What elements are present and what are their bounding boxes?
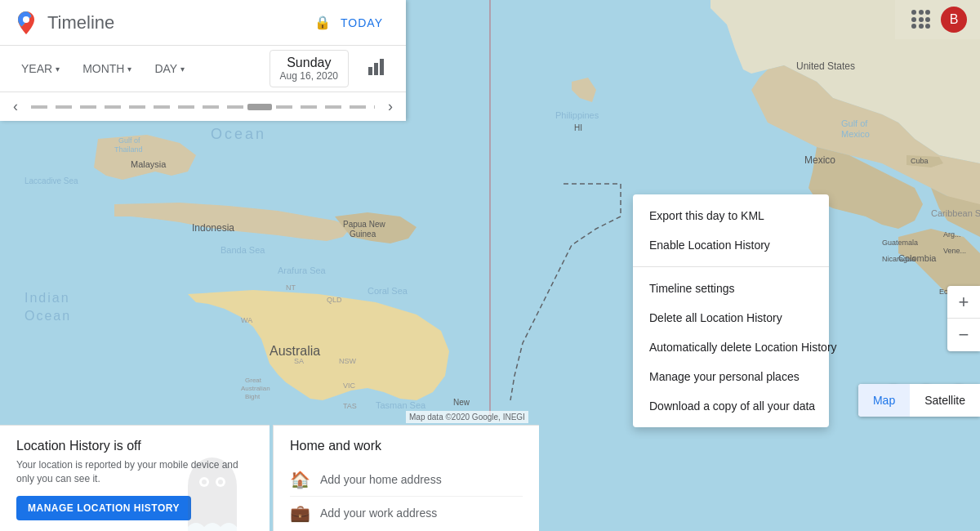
zoom-controls: + − — [947, 286, 980, 351]
svg-text:Papua New: Papua New — [343, 220, 385, 229]
context-menu-item-export[interactable]: Export this day to KML — [633, 201, 829, 230]
svg-point-52 — [202, 480, 207, 484]
svg-text:United States: United States — [796, 60, 855, 72]
toolbar: YEAR ▾ MONTH ▾ DAY ▾ Sunday Aug 16, 2020 — [0, 46, 406, 91]
svg-text:Mexico: Mexico — [804, 154, 835, 166]
context-menu-item-manage-places[interactable]: Manage your personal places — [633, 362, 829, 391]
svg-rect-46 — [374, 63, 378, 75]
today-button[interactable]: TODAY — [331, 10, 393, 36]
svg-text:WA: WA — [241, 316, 252, 324]
svg-text:New: New — [453, 398, 470, 407]
svg-text:Guinea: Guinea — [350, 230, 376, 239]
lock-icon: 🔒 — [314, 15, 331, 30]
context-menu-item-timeline-settings[interactable]: Timeline settings — [633, 274, 829, 303]
prev-arrow-button[interactable]: ‹ — [7, 95, 24, 118]
context-menu-item-download[interactable]: Download a copy of all your data — [633, 391, 829, 421]
bar-chart-icon-svg — [368, 59, 386, 75]
zoom-out-button[interactable]: − — [947, 319, 980, 351]
svg-rect-49 — [188, 486, 237, 527]
context-menu: Export this day to KML Enable Location H… — [633, 194, 829, 427]
month-chevron-icon: ▾ — [127, 65, 131, 74]
svg-text:Malaysia: Malaysia — [131, 159, 167, 169]
svg-text:TAS: TAS — [343, 402, 357, 410]
svg-text:Mexico: Mexico — [841, 129, 870, 139]
work-icon: 💼 — [290, 503, 310, 523]
map-copyright: Map data ©2020 Google, INEGI — [406, 411, 528, 423]
svg-text:Cuba: Cuba — [911, 157, 929, 165]
svg-text:Ocean: Ocean — [24, 309, 71, 323]
year-dropdown[interactable]: YEAR ▾ — [13, 57, 68, 80]
svg-text:Vene...: Vene... — [943, 247, 966, 255]
svg-text:NSW: NSW — [339, 357, 357, 365]
svg-text:NT: NT — [286, 283, 296, 292]
work-label: Add your work address — [320, 506, 437, 520]
svg-rect-47 — [380, 59, 384, 75]
nav-arrows: ‹ › — [0, 91, 406, 121]
svg-rect-45 — [368, 67, 372, 75]
left-panel: Timeline 🔒 TODAY YEAR ▾ MONTH ▾ DAY ▾ Su… — [0, 0, 406, 121]
context-menu-item-auto-delete[interactable]: Automatically delete Location History — [633, 332, 829, 362]
home-work-title: Home and work — [290, 439, 523, 453]
date-string: Aug 16, 2020 — [280, 70, 338, 82]
map-type-map-button[interactable]: Map — [858, 384, 910, 417]
svg-text:Coral Sea: Coral Sea — [368, 286, 408, 296]
svg-point-53 — [218, 480, 223, 484]
svg-text:SA: SA — [294, 357, 304, 365]
svg-text:Philippines: Philippines — [555, 110, 599, 120]
zoom-in-button[interactable]: + — [947, 286, 980, 319]
map-type-toggle: Map Satellite — [858, 384, 980, 417]
svg-text:QLD: QLD — [327, 296, 342, 304]
home-icon: 🏠 — [290, 470, 310, 489]
google-maps-logo — [13, 10, 39, 36]
app-title: Timeline — [47, 12, 310, 33]
day-dropdown[interactable]: DAY ▾ — [146, 57, 193, 80]
svg-text:Nicaragua: Nicaragua — [882, 255, 915, 263]
svg-text:VIC: VIC — [343, 382, 356, 390]
add-home-item[interactable]: 🏠 Add your home address — [290, 463, 523, 497]
svg-text:HI: HI — [574, 123, 582, 132]
svg-text:Thailand: Thailand — [114, 145, 143, 154]
user-avatar[interactable]: B — [941, 7, 967, 33]
svg-text:Ocean: Ocean — [211, 126, 266, 142]
timeline-bar — [31, 105, 375, 109]
svg-text:Arg...: Arg... — [943, 230, 961, 239]
svg-text:Guatemala: Guatemala — [882, 239, 918, 247]
bar-chart-button[interactable] — [362, 52, 393, 86]
svg-point-44 — [23, 16, 29, 23]
svg-text:Indian: Indian — [24, 291, 70, 305]
timeline-indicator — [247, 104, 272, 110]
home-work-panel: Home and work 🏠 Add your home address 💼 … — [273, 425, 539, 531]
date-display: Sunday Aug 16, 2020 — [270, 50, 349, 87]
context-menu-item-enable-location[interactable]: Enable Location History — [633, 230, 829, 260]
map-type-satellite-button[interactable]: Satellite — [910, 384, 980, 417]
apps-grid-button[interactable] — [908, 7, 934, 33]
next-arrow-button[interactable]: › — [381, 95, 399, 118]
day-chevron-icon: ▾ — [180, 65, 185, 74]
location-history-panel: Location History is off Your location is… — [0, 425, 270, 531]
year-chevron-icon: ▾ — [56, 65, 60, 74]
add-work-item[interactable]: 💼 Add your work address — [290, 497, 523, 529]
svg-text:Bight: Bight — [245, 393, 261, 400]
svg-text:Caribbean Sea: Caribbean Sea — [931, 208, 980, 218]
header: Timeline 🔒 TODAY — [0, 0, 406, 46]
svg-text:Gulf of: Gulf of — [841, 118, 868, 128]
context-menu-item-delete-all[interactable]: Delete all Location History — [633, 303, 829, 332]
svg-text:Arafura Sea: Arafura Sea — [278, 266, 327, 275]
top-right-controls: B — [895, 0, 980, 39]
svg-text:Laccadive Sea: Laccadive Sea — [24, 176, 78, 185]
bottom-panels: Location History is off Your location is… — [0, 425, 980, 531]
location-history-title: Location History is off — [16, 439, 253, 453]
svg-text:Australian: Australian — [241, 385, 270, 392]
month-dropdown[interactable]: MONTH ▾ — [74, 57, 140, 80]
ghost-figure-icon — [163, 457, 261, 531]
svg-text:Australia: Australia — [270, 344, 320, 358]
svg-text:Tasman Sea: Tasman Sea — [376, 400, 426, 410]
svg-text:Banda Sea: Banda Sea — [220, 245, 265, 255]
svg-text:Gulf of: Gulf of — [118, 136, 140, 145]
svg-text:Great: Great — [245, 377, 262, 384]
home-label: Add your home address — [320, 473, 442, 486]
context-menu-divider — [633, 266, 829, 267]
svg-text:Indonesia: Indonesia — [192, 222, 234, 234]
day-name: Sunday — [280, 56, 338, 70]
